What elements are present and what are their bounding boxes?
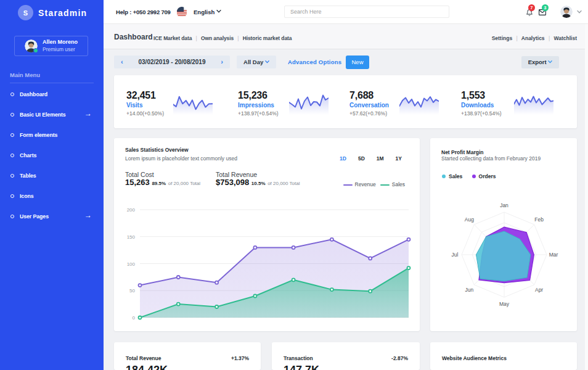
svg-text:200: 200 <box>127 207 136 213</box>
svg-text:Apr: Apr <box>535 287 543 293</box>
svg-text:Aug: Aug <box>465 216 474 223</box>
svg-text:150: 150 <box>127 234 136 240</box>
svg-text:May: May <box>499 301 510 307</box>
svg-text:Feb: Feb <box>534 216 544 223</box>
svg-text:0: 0 <box>133 315 136 321</box>
svg-text:Jul: Jul <box>452 252 459 258</box>
svg-text:Mar: Mar <box>549 252 558 258</box>
svg-text:Jun: Jun <box>465 287 474 293</box>
svg-text:50: 50 <box>129 288 135 294</box>
svg-text:100: 100 <box>127 261 136 267</box>
svg-text:Jan: Jan <box>500 202 508 208</box>
